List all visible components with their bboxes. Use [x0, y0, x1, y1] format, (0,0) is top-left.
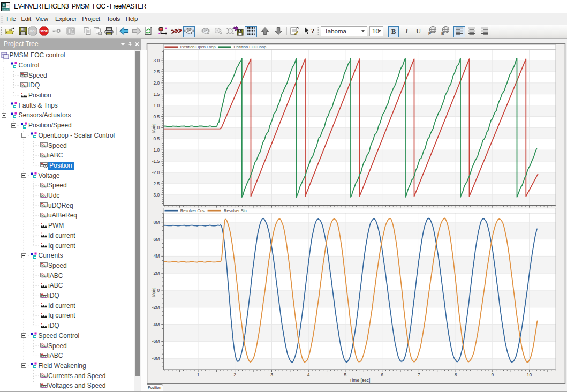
svg-text:-1.5: -1.5 [152, 159, 160, 164]
svg-text:IAxis: IAxis [151, 124, 156, 133]
svg-text:-3.0: -3.0 [152, 192, 160, 198]
svg-text:-8M: -8M [152, 356, 160, 361]
svg-text:Resolver Cos: Resolver Cos [180, 208, 205, 213]
svg-text:-2.0: -2.0 [152, 170, 160, 175]
svg-text:3.0: 3.0 [153, 58, 160, 63]
svg-text:2M: 2M [153, 270, 160, 276]
svg-text:2.0: 2.0 [153, 80, 160, 86]
svg-text:8: 8 [455, 372, 457, 378]
svg-text:-4M: -4M [152, 322, 160, 327]
svg-text:Time [sec]: Time [sec] [350, 378, 371, 383]
svg-text:-2.5: -2.5 [152, 181, 160, 186]
svg-text:10: 10 [527, 372, 532, 378]
svg-text:IAxis: IAxis [151, 288, 156, 297]
svg-text:-2M: -2M [152, 305, 160, 310]
svg-text:Position FOC loop: Position FOC loop [233, 44, 266, 49]
svg-text:5: 5 [344, 372, 347, 378]
svg-text:6: 6 [381, 372, 383, 378]
svg-text:-6M: -6M [152, 338, 160, 344]
svg-text:-0.5: -0.5 [152, 136, 160, 141]
svg-text:8M: 8M [153, 220, 160, 225]
svg-text:3: 3 [270, 372, 273, 378]
svg-text:-1.0: -1.0 [152, 147, 160, 153]
svg-text:6M: 6M [153, 237, 160, 242]
svg-text:1.0: 1.0 [153, 103, 160, 108]
svg-text:2: 2 [233, 372, 236, 378]
svg-text:1.5: 1.5 [153, 92, 160, 97]
svg-text:0: 0 [157, 125, 160, 130]
svg-text:4: 4 [307, 372, 310, 378]
svg-text:9: 9 [491, 372, 494, 378]
svg-text:4M: 4M [153, 253, 160, 259]
svg-text:0.5: 0.5 [153, 114, 160, 119]
svg-text:0: 0 [157, 288, 160, 293]
svg-text:7: 7 [418, 372, 420, 378]
svg-text:2.5: 2.5 [153, 69, 160, 74]
svg-text:Resolver Sin: Resolver Sin [224, 208, 247, 213]
svg-text:Position Open Loop: Position Open Loop [180, 44, 216, 49]
svg-text:1: 1 [197, 372, 200, 378]
